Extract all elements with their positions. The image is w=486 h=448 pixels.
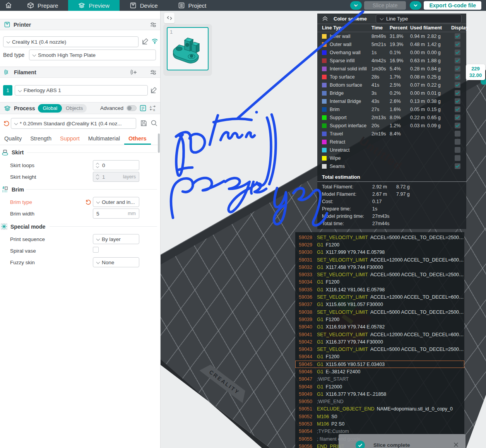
printer-settings-icon[interactable] (150, 22, 156, 27)
advanced-toggle[interactable] (127, 105, 137, 111)
search-preset-icon[interactable] (151, 120, 158, 127)
display-checkbox[interactable] (455, 98, 460, 104)
filament-select[interactable]: Fiberlogy ABS 1 (15, 85, 148, 96)
home-button[interactable] (0, 0, 17, 11)
gcode-line[interactable]: 59043SET_VELOCITY_LIMITACCEL=5000 ACCEL_… (295, 345, 464, 353)
tab-support[interactable]: Support (56, 135, 84, 145)
gcode-viewer[interactable]: 59028SET_VELOCITY_LIMITACCEL=5000 ACCEL_… (295, 232, 464, 448)
line-type-percent: 2.6% (390, 99, 410, 104)
tab-others[interactable]: Others (124, 135, 151, 145)
edit-filament-icon[interactable] (150, 87, 157, 94)
display-checkbox[interactable] (455, 131, 460, 137)
display-checkbox[interactable] (455, 33, 460, 39)
tab-strength[interactable]: Strength (26, 135, 56, 145)
gcode-line[interactable]: 59041SET_VELOCITY_LIMITACCEL=12000 ACCEL… (295, 331, 464, 338)
print-sequence-select[interactable]: By layer (93, 234, 139, 244)
gcode-line[interactable]: 59032G1X117.458 Y79.744 F30000 (295, 263, 464, 271)
gcode-line[interactable]: 59035G1X116.142 Y81.061 E.05798 (295, 286, 464, 293)
display-checkbox[interactable] (455, 139, 460, 145)
gcode-line[interactable]: 59030G1X117.999 Y79.744 E.05798 (295, 249, 464, 256)
edit-printer-icon[interactable] (142, 38, 149, 45)
gcode-line[interactable]: 59038SET_VELOCITY_LIMITACCEL=5000 ACCEL_… (295, 308, 464, 316)
color-scheme-select[interactable]: Line Type (376, 14, 462, 23)
line-type-percent: 0.1% (390, 50, 410, 55)
toast-close-icon[interactable] (452, 440, 460, 448)
gcode-line[interactable]: 59047;WIPE_START (295, 376, 464, 383)
collapse-panel-icon[interactable] (322, 16, 328, 21)
save-preset-icon[interactable] (140, 120, 147, 127)
tab-multimaterial[interactable]: Multimaterial (84, 135, 124, 145)
bed-type-select[interactable]: Smooth High Temp Plate (29, 50, 156, 60)
display-checkbox[interactable] (455, 66, 460, 72)
objects-segment[interactable]: Objects (62, 105, 87, 111)
compare-ab-icon[interactable]: AB (149, 105, 156, 111)
gcode-line[interactable]: 59053M106P2 S0 (295, 420, 464, 427)
sidebar-scrollbar-thumb[interactable] (158, 133, 160, 153)
display-checkbox[interactable] (455, 41, 460, 47)
export-options-dropdown-button[interactable] (410, 1, 421, 10)
tab-quality[interactable]: Quality (0, 135, 26, 145)
gcode-line[interactable]: 59042G1X116.377 Y79.744 F30000 (295, 338, 464, 345)
display-checkbox[interactable] (455, 90, 460, 96)
gcode-line[interactable]: 59029G1F1200 (295, 241, 464, 248)
global-segment[interactable]: Global (38, 104, 62, 113)
brim-type-select[interactable]: Outer and in... (93, 197, 139, 207)
display-checkbox[interactable] (455, 82, 460, 88)
gcode-line-selected[interactable]: 59045G1X115.605 Y80.517 E.03403 (295, 361, 464, 368)
gcode-line[interactable]: 59040G1X116.918 Y79.744 E.05782 (295, 323, 464, 331)
brim-width-input[interactable]: 5 mm (93, 209, 139, 219)
add-filament-icon[interactable] (130, 69, 138, 75)
collapse-sidebar-button[interactable] (164, 13, 175, 23)
gcode-line[interactable]: 59034G1F1200 (295, 279, 464, 286)
line-type-time: 27s (371, 107, 390, 112)
display-checkbox[interactable] (455, 50, 460, 55)
display-checkbox[interactable] (455, 74, 460, 80)
gcode-line[interactable]: 59048G1F12000 (295, 383, 464, 390)
display-checkbox[interactable] (455, 155, 460, 161)
tab-prepare[interactable]: Prepare (17, 0, 68, 11)
line-type-color-swatch (322, 140, 327, 144)
slice-plate-button[interactable]: Slice plate (364, 1, 406, 10)
tab-preview[interactable]: Preview (68, 0, 119, 11)
filament-slot-badge[interactable]: 1 (3, 85, 12, 96)
tab-project[interactable]: Project (168, 0, 217, 11)
display-checkbox[interactable] (455, 163, 460, 169)
global-objects-toggle[interactable]: Global Objects (38, 104, 87, 113)
estimation-value-2: 8.72 g (396, 184, 410, 190)
display-checkbox[interactable] (455, 58, 460, 63)
fuzzy-skin-select[interactable]: None (93, 257, 139, 267)
display-checkbox[interactable] (455, 147, 460, 153)
plate-thumbnail[interactable]: 1 (167, 27, 209, 70)
parameter-list-icon[interactable] (140, 105, 146, 111)
gcode-line[interactable]: 59028SET_VELOCITY_LIMITACCEL=5000 ACCEL_… (295, 234, 464, 241)
gcode-line[interactable]: 59046G1E-.38142 F2400 (295, 368, 464, 375)
process-preset-select[interactable]: * 0.20mm Standard @Creality K1 (0.4 noz.… (11, 118, 136, 129)
reset-brim-type-icon[interactable] (85, 199, 91, 205)
spiral-vase-checkbox[interactable] (93, 247, 99, 253)
line-type-percent: 19.3% (390, 42, 410, 47)
gcode-line[interactable]: 59049G1X116.377 Y79.744 E-.21858 (295, 390, 464, 398)
skirt-loops-input[interactable]: 0 (93, 160, 139, 170)
printer-select[interactable]: Creality K1 (0.4 nozzle) (3, 36, 139, 47)
wifi-connection-icon[interactable] (151, 37, 159, 45)
printer-section-title: Printer (14, 22, 31, 28)
export-gcode-button[interactable]: Export G-code file (424, 1, 481, 10)
gcode-line[interactable]: 59052M106S0 (295, 413, 464, 420)
stepper-arrows[interactable] (96, 162, 99, 168)
gcode-line[interactable]: 59036SET_VELOCITY_LIMITACCEL=12000 ACCEL… (295, 293, 464, 301)
tab-device[interactable]: Device (120, 0, 168, 11)
display-checkbox[interactable] (455, 123, 460, 128)
gcode-line[interactable]: 59033SET_VELOCITY_LIMITACCEL=5000 ACCEL_… (295, 271, 464, 278)
reset-preset-icon[interactable] (3, 120, 10, 127)
gcode-line[interactable]: 59050;WIPE_END (295, 398, 464, 405)
filament-settings-icon[interactable] (150, 70, 156, 75)
gcode-line[interactable]: 59039G1F1200 (295, 316, 464, 323)
line-type-length: 0.05 m (410, 107, 427, 112)
gcode-line[interactable]: 59037G1X115.605 Y81.057 F30000 (295, 301, 464, 308)
gcode-line[interactable]: 59031SET_VELOCITY_LIMITACCEL=12000 ACCEL… (295, 256, 464, 263)
gcode-line[interactable]: 59051EXCLUDE_OBJECT_ENDNAME=dopomiaru.st… (295, 405, 464, 413)
slice-options-dropdown-button[interactable] (350, 1, 362, 10)
display-checkbox[interactable] (455, 115, 460, 120)
gcode-line[interactable]: 59044G1F1200 (295, 353, 464, 361)
display-checkbox[interactable] (455, 106, 460, 112)
